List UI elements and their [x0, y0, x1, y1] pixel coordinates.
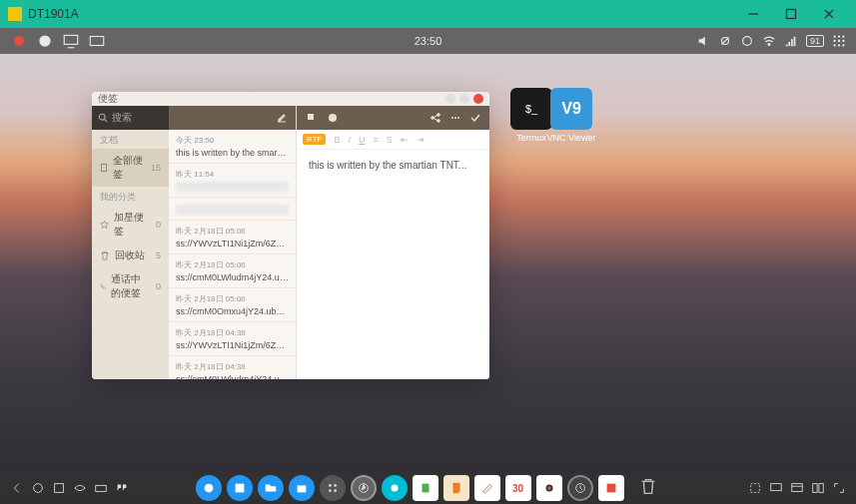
signal-icon[interactable] — [784, 34, 798, 48]
svg-rect-48 — [819, 484, 823, 493]
svg-point-21 — [431, 117, 434, 120]
list-item-content: ss://cmM0Omxu4jY24.ub3JnfDZ1dEAx0 — [176, 306, 289, 316]
dock-notes[interactable] — [413, 475, 438, 501]
list-item[interactable]: 昨天 11:54 — [169, 164, 296, 198]
icon-label: Termux — [516, 133, 546, 143]
svg-rect-44 — [751, 484, 760, 493]
dock-store[interactable] — [289, 475, 315, 501]
sidebar-item-star[interactable]: 加星便签0 — [92, 206, 169, 244]
window-icon[interactable] — [790, 481, 804, 495]
svg-point-1 — [39, 35, 50, 46]
dock-trash[interactable] — [637, 475, 661, 501]
svg-rect-39 — [422, 484, 428, 493]
back-icon[interactable] — [10, 481, 24, 495]
close-button[interactable] — [810, 0, 848, 28]
svg-rect-46 — [792, 484, 803, 492]
dock-settings[interactable] — [320, 475, 346, 501]
record-icon[interactable] — [10, 32, 28, 50]
svg-point-14 — [842, 44, 844, 46]
dock: 30 — [196, 475, 661, 501]
indent-button[interactable]: ⇤ — [401, 135, 409, 145]
volume-icon[interactable] — [696, 34, 710, 48]
dock-mail[interactable] — [382, 475, 408, 501]
notes-min-button[interactable] — [445, 94, 455, 104]
notes-max-button[interactable] — [459, 94, 469, 104]
desktop[interactable]: 23:50 91 $_ Termux V9 VNC Viewer 便签 — [0, 28, 856, 504]
dock-sticky[interactable] — [443, 475, 469, 501]
svg-point-41 — [547, 486, 551, 490]
list-item[interactable]: 昨天 2月18日 04:38ss://cmM0LWludm4jY24.ub3Jn… — [169, 356, 296, 379]
home-icon[interactable] — [31, 481, 45, 495]
dock-music[interactable] — [598, 475, 624, 501]
taskbar: 30 — [0, 472, 856, 504]
svg-point-36 — [334, 489, 337, 492]
svg-rect-3 — [90, 37, 104, 46]
input-icon[interactable] — [88, 32, 106, 50]
notes-window: 便签 搜索 文档 全部便签15 我的分类 加星便签0 回收站5 通话中的便签0 — [92, 92, 489, 379]
strike-button[interactable]: S — [387, 135, 393, 145]
grid-icon[interactable] — [832, 34, 846, 48]
dock-gallery[interactable] — [227, 475, 253, 501]
star-icon — [100, 220, 109, 230]
capture-icon[interactable] — [748, 481, 762, 495]
notes-close-button[interactable] — [473, 94, 483, 104]
android-icon[interactable] — [36, 32, 54, 50]
format-bar: RTF B I U ≡ S ⇤ ⇥ — [297, 130, 489, 150]
rtf-badge[interactable]: RTF — [303, 134, 326, 145]
svg-point-9 — [833, 40, 835, 42]
quote-icon[interactable] — [115, 481, 129, 495]
list-item[interactable]: 今天 23:50this is written by the smartian … — [169, 130, 296, 164]
sidebar-item-all[interactable]: 全部便签15 — [92, 149, 169, 187]
desktop-icon-vnc[interactable]: V9 VNC Viewer — [544, 88, 598, 143]
recent-icon[interactable] — [52, 481, 66, 495]
compose-icon[interactable] — [276, 112, 288, 124]
editor-toolbar — [297, 106, 489, 130]
dock-browser[interactable] — [196, 475, 222, 501]
cast-icon[interactable] — [62, 32, 80, 50]
list-item-content — [176, 205, 289, 215]
list-item[interactable]: 昨天 2月18日 05:06ss://YWVzLTI1Ni1jZm/6ZUXME… — [169, 221, 296, 254]
window-title: DT1901A — [28, 7, 79, 21]
check-icon[interactable] — [469, 112, 481, 124]
sidebar-item-trash[interactable]: 回收站5 — [92, 244, 169, 267]
monitor-icon[interactable] — [769, 481, 783, 495]
dock-compass[interactable] — [351, 475, 377, 501]
expand-icon[interactable] — [832, 481, 846, 495]
trash-icon — [100, 251, 110, 260]
notes-titlebar[interactable]: 便签 — [92, 92, 489, 106]
pin-icon[interactable] — [305, 112, 317, 124]
dock-camera[interactable] — [536, 475, 562, 501]
search-input[interactable]: 搜索 — [92, 106, 169, 130]
split-icon[interactable] — [811, 481, 825, 495]
svg-point-23 — [437, 120, 440, 123]
list-item[interactable] — [169, 198, 296, 221]
rotate-icon[interactable] — [740, 34, 754, 48]
list-item[interactable]: 昨天 2月18日 05:06ss://cmM0LWludm4jY24.ub3Jn… — [169, 254, 296, 288]
bold-button[interactable]: B — [334, 135, 340, 145]
dnd-icon[interactable] — [718, 34, 732, 48]
list-item[interactable]: 昨天 2月18日 05:06ss://cmM0Omxu4jY24.ub3JnfD… — [169, 288, 296, 322]
share-icon[interactable] — [429, 112, 441, 124]
wifi-icon[interactable] — [762, 34, 776, 48]
list-item-time: 昨天 2月18日 05:06 — [176, 293, 289, 304]
outdent-button[interactable]: ⇥ — [417, 135, 425, 145]
sidebar-item-call[interactable]: 通话中的便签0 — [92, 267, 169, 305]
app-icon — [8, 7, 22, 21]
record-icon[interactable] — [327, 112, 339, 124]
dock-files[interactable] — [258, 475, 284, 501]
keyboard-icon[interactable] — [94, 481, 108, 495]
list-item[interactable]: 昨天 2月18日 04:38ss://YWVzLTI1Ni1jZm/6ZUXME… — [169, 322, 296, 356]
dock-draw[interactable] — [474, 475, 500, 501]
italic-button[interactable]: I — [348, 135, 351, 145]
minimize-button[interactable] — [734, 0, 772, 28]
list-button[interactable]: ≡ — [373, 135, 378, 145]
notes-title: 便签 — [98, 92, 118, 106]
dock-clock[interactable] — [567, 475, 593, 501]
underline-button[interactable]: U — [359, 135, 366, 145]
dock-calendar[interactable]: 30 — [505, 475, 531, 501]
maximize-button[interactable] — [772, 0, 810, 28]
more-icon[interactable] — [449, 112, 461, 124]
editor-body[interactable]: this is written by the smartian TNT... — [297, 150, 489, 379]
view-icon[interactable] — [73, 481, 87, 495]
svg-rect-45 — [771, 484, 782, 491]
